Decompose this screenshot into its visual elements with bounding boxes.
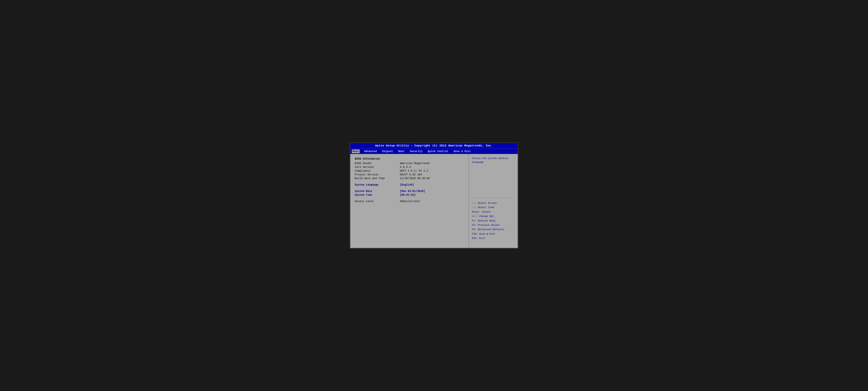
system-date-row[interactable]: System Date [Mon 01/01/2018] (355, 190, 464, 193)
system-date-value: [Mon 01/01/2018] (400, 190, 425, 193)
title-bar: Aptio Setup Utility – Copyright (C) 2012… (350, 143, 518, 148)
system-datetime-section: System Date [Mon 01/01/2018] System Time… (355, 190, 464, 196)
key-hint-f9: F9: Optimized Defaults (472, 227, 515, 231)
compliancy-label: Compliancy (355, 169, 400, 172)
title-text: Aptio Setup Utility – Copyright (C) 2012… (375, 144, 493, 147)
key-hint-f1: F1: General Help (472, 219, 515, 223)
main-panel: BIOS Information BIOS Vendor American Me… (350, 154, 469, 248)
help-text: Choose the system default language (472, 157, 515, 198)
key-hints: →←: Select Screen ↑↓: Select Item Enter:… (472, 201, 515, 241)
key-hint-esc: ESC: Exit (472, 236, 515, 241)
access-level-label: Access Level (355, 200, 400, 203)
core-version-label: Core Version (355, 166, 400, 169)
key-hint-f2: F2: Previous Values (472, 223, 515, 227)
core-version-value: 4.6.5.4 (400, 166, 411, 169)
menu-item-quick-control[interactable]: Quick Control (427, 149, 449, 153)
key-hint-select-item: ↑↓: Select Item (472, 205, 515, 210)
bios-screen: Aptio Setup Utility – Copyright (C) 2012… (349, 142, 519, 249)
core-version-row: Core Version 4.6.5.4 (355, 166, 464, 169)
menu-item-chipset[interactable]: Chipset (381, 149, 394, 153)
menu-item-advanced[interactable]: Advanced (364, 149, 377, 153)
compliancy-row: Compliancy UEFI 2.3.1: PI 1.2 (355, 169, 464, 172)
bios-section-header: BIOS Information (355, 157, 464, 160)
key-hint-enter: Enter: Select (472, 210, 515, 214)
system-date-label: System Date (355, 190, 400, 193)
build-date-value: 11/28/2018 09:30:06 (400, 177, 430, 180)
build-date-label: Build Date and Time (355, 177, 400, 180)
system-language-value: [English] (400, 183, 414, 186)
bios-info-section: BIOS Information BIOS Vendor American Me… (355, 157, 464, 180)
system-language-section: System Language [English] (355, 183, 464, 186)
bios-vendor-row: BIOS Vendor American Megatrends (355, 162, 464, 165)
system-language-label: System Language (355, 183, 400, 186)
menu-item-main[interactable]: Main (352, 149, 360, 153)
side-panel: Choose the system default language →←: S… (469, 154, 518, 248)
key-hint-f10: F10: Save & Exit (472, 232, 515, 236)
access-level-row: Access Level Administrator (355, 200, 464, 203)
access-level-value: Administrator (400, 200, 420, 203)
access-level-section: Access Level Administrator (355, 200, 464, 203)
bios-vendor-label: BIOS Vendor (355, 162, 400, 165)
compliancy-value: UEFI 2.3.1: PI 1.2 (400, 169, 428, 172)
key-hint-change-opt: +/-: Change Opt. (472, 214, 515, 218)
bios-vendor-value: American Megatrends (400, 162, 430, 165)
content-area: BIOS Information BIOS Vendor American Me… (350, 154, 518, 248)
menu-bar: Main Advanced Chipset Boot Security Quic… (350, 148, 518, 154)
build-date-row: Build Date and Time 11/28/2018 09:30:06 (355, 177, 464, 180)
menu-item-save-exit[interactable]: Save & Exit (453, 149, 471, 153)
key-hint-select-screen: →←: Select Screen (472, 201, 515, 205)
system-time-row[interactable]: System Time [00:01:52] (355, 193, 464, 196)
system-time-label: System Time (355, 193, 400, 196)
system-language-row[interactable]: System Language [English] (355, 183, 464, 186)
system-time-value: [00:01:52] (400, 193, 415, 196)
menu-item-boot[interactable]: Boot (398, 149, 405, 153)
project-version-label: Project Version (355, 173, 400, 176)
project-version-value: H61FT 0.02 x64 (400, 173, 422, 176)
project-version-row: Project Version H61FT 0.02 x64 (355, 173, 464, 176)
menu-item-security[interactable]: Security (409, 149, 423, 153)
